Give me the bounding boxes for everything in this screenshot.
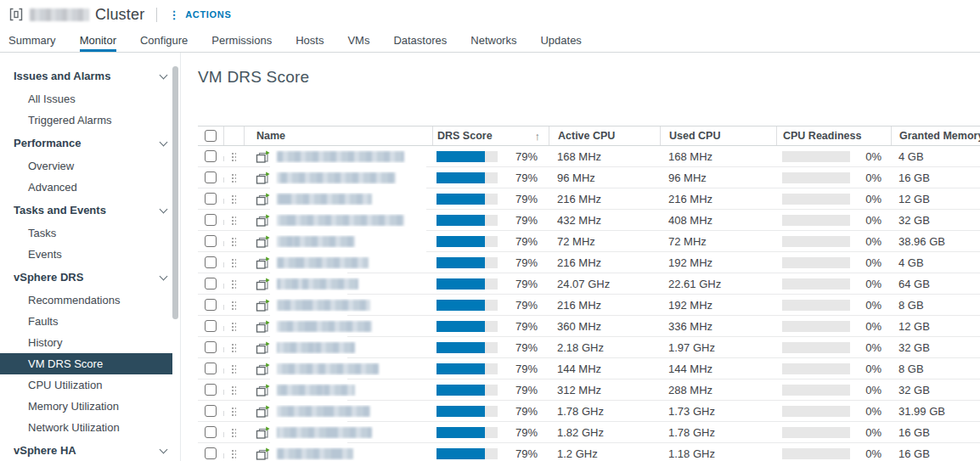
tab-permissions[interactable]: Permissions (211, 29, 272, 52)
tab-datastores[interactable]: Datastores (393, 29, 447, 52)
sidebar-section-vsphere-drs[interactable]: vSphere DRS (0, 265, 180, 290)
used-cpu-cell: 96 MHz (660, 171, 776, 184)
row-checkbox[interactable] (205, 447, 217, 459)
sidebar-item-faults[interactable]: Faults (0, 311, 172, 332)
tab-networks[interactable]: Networks (470, 29, 516, 52)
actions-button[interactable]: ⋮ ACTIONS (168, 9, 231, 20)
sidebar-item-recommendations[interactable]: Recommendations (0, 290, 172, 311)
granted-memory-value: 64 GB (898, 278, 930, 290)
cpu-readiness-cell: 0% (776, 214, 891, 227)
row-checkbox[interactable] (205, 256, 217, 268)
column-header-cpu-readiness-label: CPU Readiness (783, 130, 861, 142)
row-checkbox[interactable] (205, 171, 217, 183)
tab-configure[interactable]: Configure (140, 29, 188, 52)
row-drag-cell (223, 258, 244, 267)
vm-icon (256, 384, 271, 396)
sidebar-scrollbar-thumb[interactable] (172, 66, 178, 319)
granted-memory-cell: 16 GB (891, 447, 980, 460)
granted-memory-cell: 4 GB (891, 150, 980, 163)
drag-handle-icon[interactable] (231, 428, 236, 437)
column-header-active-cpu-label: Active CPU (558, 130, 615, 142)
sidebar-item-network-utilization[interactable]: Network Utilization (0, 417, 172, 438)
sidebar-item-overview[interactable]: Overview (0, 155, 172, 177)
column-header-cpu-readiness[interactable]: CPU Readiness (776, 126, 891, 145)
drag-handle-icon[interactable] (231, 152, 236, 161)
sidebar-item-history[interactable]: History (0, 332, 172, 353)
cpu-readiness-bar (782, 278, 850, 290)
drs-score-cell: 79% (432, 214, 549, 227)
drag-handle-icon[interactable] (231, 173, 236, 183)
row-drag-cell (223, 173, 244, 183)
row-drag-cell (223, 343, 244, 352)
tab-summary[interactable]: Summary (8, 29, 56, 52)
sidebar-item-advanced[interactable]: Advanced (0, 177, 172, 198)
sidebar-item-vm-drs-score[interactable]: VM DRS Score (0, 353, 172, 374)
column-header-active-cpu[interactable]: Active CPU (549, 126, 660, 145)
cpu-readiness-bar (782, 385, 850, 396)
sidebar-section-tasks-and-events[interactable]: Tasks and Events (0, 198, 180, 222)
active-cpu-cell: 432 MHz (549, 214, 660, 227)
sidebar-item-all-issues[interactable]: All Issues (0, 88, 172, 110)
drs-score-bar (436, 257, 498, 268)
cpu-readiness-bar (782, 172, 850, 183)
drag-handle-icon[interactable] (231, 364, 236, 374)
tab-updates[interactable]: Updates (540, 29, 581, 52)
select-all-checkbox[interactable] (205, 130, 217, 142)
row-drag-cell (223, 194, 244, 204)
sidebar-section-label: Performance (14, 137, 81, 149)
row-checkbox[interactable] (205, 384, 217, 396)
used-cpu-cell: 192 MHz (660, 299, 776, 312)
drag-handle-icon[interactable] (231, 301, 236, 310)
drag-handle-icon[interactable] (231, 237, 236, 246)
used-cpu-cell: 72 MHz (660, 235, 776, 248)
column-header-drs-score[interactable]: DRS Score↑ (432, 126, 549, 145)
drag-handle-icon[interactable] (231, 322, 236, 331)
column-header-used-cpu-label: Used CPU (669, 130, 720, 142)
drag-handle-icon[interactable] (231, 407, 236, 416)
column-header-name[interactable]: Name (244, 126, 432, 145)
sidebar-section-performance[interactable]: Performance (0, 131, 180, 155)
drag-handle-icon[interactable] (231, 194, 236, 204)
drag-handle-icon[interactable] (231, 279, 236, 289)
granted-memory-cell: 38.96 GB (891, 235, 980, 248)
drag-handle-icon[interactable] (231, 385, 236, 395)
sort-ascending-icon[interactable]: ↑ (535, 130, 549, 143)
tab-vms[interactable]: VMs (347, 29, 369, 52)
tab-hosts[interactable]: Hosts (296, 29, 324, 52)
tab-monitor[interactable]: Monitor (80, 29, 116, 52)
row-checkbox[interactable] (205, 405, 217, 417)
row-checkbox[interactable] (205, 299, 217, 311)
row-checkbox[interactable] (205, 426, 217, 438)
object-tab-bar: SummaryMonitorConfigurePermissionsHostsV… (0, 29, 980, 53)
column-header-granted-memory[interactable]: Granted Memory (891, 126, 980, 145)
sidebar-item-cpu-utilization[interactable]: CPU Utilization (0, 374, 172, 396)
row-select-cell (198, 150, 223, 162)
drs-score-bar (436, 172, 498, 183)
drs-score-bar-fill (436, 257, 485, 268)
sidebar-item-events[interactable]: Events (0, 244, 172, 265)
drag-handle-icon[interactable] (231, 449, 236, 458)
row-checkbox[interactable] (205, 363, 217, 374)
sidebar-section-issues-and-alarms[interactable]: Issues and Alarms (0, 64, 180, 88)
row-checkbox[interactable] (205, 214, 217, 226)
vm-icon (256, 256, 271, 269)
row-checkbox[interactable] (205, 341, 217, 353)
drag-handle-icon[interactable] (231, 258, 236, 267)
row-checkbox[interactable] (205, 320, 217, 332)
used-cpu-cell: 144 MHz (660, 363, 776, 375)
row-checkbox[interactable] (205, 150, 217, 162)
sidebar-section-vsphere-ha[interactable]: vSphere HA (0, 438, 180, 461)
drag-handle-icon[interactable] (231, 343, 236, 352)
column-header-used-cpu[interactable]: Used CPU (660, 126, 776, 145)
active-cpu-value: 216 MHz (557, 299, 601, 312)
sidebar-item-tasks[interactable]: Tasks (0, 222, 172, 244)
row-select-cell (198, 320, 223, 332)
cpu-readiness-bar (782, 194, 850, 205)
sidebar-item-triggered-alarms[interactable]: Triggered Alarms (0, 110, 172, 131)
sidebar-item-memory-utilization[interactable]: Memory Utilization (0, 396, 172, 417)
row-checkbox[interactable] (205, 278, 217, 290)
row-checkbox[interactable] (205, 235, 217, 247)
active-cpu-cell: 312 MHz (549, 384, 660, 396)
row-checkbox[interactable] (205, 193, 217, 205)
drag-handle-icon[interactable] (231, 216, 236, 225)
